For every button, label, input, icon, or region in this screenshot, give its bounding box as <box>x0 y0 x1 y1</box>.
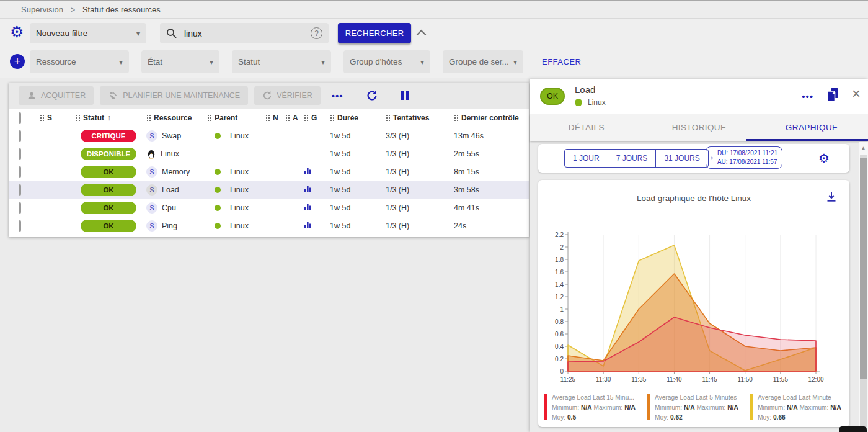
resource-name[interactable]: Cpu <box>162 204 176 212</box>
resource-name[interactable]: Load <box>162 186 179 194</box>
graph-icon[interactable] <box>304 185 312 193</box>
header-duration[interactable]: Durée <box>337 114 358 122</box>
drag-handle-icon[interactable] <box>304 114 308 121</box>
scroll-up-arrow-icon[interactable]: ▲ <box>859 145 868 151</box>
row-checkbox[interactable] <box>19 220 21 232</box>
svg-text:0.2: 0.2 <box>555 356 564 362</box>
svg-text:1.2: 1.2 <box>555 294 564 300</box>
resource-name[interactable]: Swap <box>162 132 181 140</box>
row-checkbox[interactable] <box>19 148 21 160</box>
row-checkbox[interactable] <box>19 166 21 178</box>
header-parent[interactable]: Parent <box>215 114 237 122</box>
date-to: AU: 17/08/2021 11:57 <box>717 158 777 165</box>
range-31-days-button[interactable]: 31 JOURS <box>656 150 707 167</box>
drag-handle-icon[interactable] <box>285 114 290 121</box>
status-badge: OK <box>81 202 136 214</box>
search-input[interactable] <box>183 28 304 39</box>
graph-icon[interactable] <box>304 167 312 175</box>
acknowledge-button[interactable]: ACQUITTER <box>19 86 94 105</box>
check-button[interactable]: VÉRIFIER <box>254 86 321 105</box>
panel-more-icon[interactable]: ••• <box>802 91 813 102</box>
filter-select-statut[interactable]: Statut▾ <box>232 50 331 73</box>
table-row[interactable]: OK SCpu Linux 1w 5d 1/3 (H) 4m 41s <box>9 199 529 217</box>
svg-text:11:25: 11:25 <box>560 376 576 383</box>
legend-item[interactable]: Average Load Last 5 Minutes Minimum: N/A… <box>647 393 750 422</box>
row-checkbox[interactable] <box>19 130 21 142</box>
header-last-check[interactable]: Dernier contrôle <box>461 114 519 122</box>
chevron-down-icon: ▾ <box>513 58 517 66</box>
svg-text:1.4: 1.4 <box>555 281 564 288</box>
search-button[interactable]: RECHERCHER <box>338 23 411 43</box>
header-g[interactable]: G <box>311 114 317 122</box>
more-actions-icon[interactable]: ••• <box>332 91 343 101</box>
load-area-chart[interactable]: 00.20.40.60.811.21.41.61.822.211:2511:30… <box>546 230 826 386</box>
sort-asc-icon[interactable]: ↑ <box>107 114 111 122</box>
table-row[interactable]: DISPONIBLE Linux 1w 5d 1/3 (H) 2m 55s <box>9 145 529 163</box>
date-range-picker[interactable]: DU: 17/08/2021 11:21AU: 17/08/2021 11:57 <box>706 146 782 169</box>
drag-handle-icon[interactable] <box>76 114 80 121</box>
graph-settings-gear-icon[interactable]: ⚙ <box>818 151 830 166</box>
tab-graphique[interactable]: GRAPHIQUE <box>755 114 868 141</box>
graph-card: Load graphique de l'hôte Linux 00.20.40.… <box>538 180 849 427</box>
drag-handle-icon[interactable] <box>207 114 211 121</box>
search-box[interactable]: ? <box>160 23 329 43</box>
drag-handle-icon[interactable] <box>40 114 44 121</box>
range-1-day-button[interactable]: 1 JOUR <box>565 150 608 167</box>
table-row[interactable]: OK SPing Linux 1w 5d 1/3 (H) 24s <box>9 217 529 235</box>
table-row[interactable]: OK SMemory Linux 1w 5d 1/3 (H) 8m 15s <box>9 163 529 181</box>
scrollbar-thumb[interactable] <box>860 158 867 379</box>
refresh-icon[interactable] <box>366 89 378 102</box>
time-range-button-group: 1 JOUR 7 JOURS 31 JOURS <box>564 149 709 168</box>
table-row-selected[interactable]: OK SLoad Linux 1w 5d 1/3 (H) 3m 58s <box>9 181 529 199</box>
legend-item[interactable]: Average Load Last Minute Minimum: N/A Ma… <box>750 393 853 422</box>
drag-handle-icon[interactable] <box>386 114 390 121</box>
header-n[interactable]: N <box>273 114 278 122</box>
filter-select-groupe-hotes[interactable]: Group d'hôtes▾ <box>343 50 430 73</box>
tab-historique[interactable]: HISTORIQUE <box>643 114 756 141</box>
resource-name[interactable]: Linux <box>161 150 179 158</box>
collapse-filters-chevron-icon[interactable] <box>417 30 427 40</box>
panel-scrollbar[interactable]: ▲ <box>859 142 868 432</box>
copy-link-icon[interactable] <box>826 88 839 102</box>
resource-name[interactable]: Memory <box>162 168 190 176</box>
drag-handle-icon[interactable] <box>454 114 458 121</box>
legend-min-value: N/A <box>581 404 592 411</box>
header-resource[interactable]: Ressource <box>154 114 192 122</box>
filter-select-etat[interactable]: État▾ <box>141 50 219 73</box>
chevron-down-icon: ▾ <box>119 58 123 66</box>
resource-name[interactable]: Ping <box>162 222 177 230</box>
drag-handle-icon[interactable] <box>330 114 334 121</box>
row-checkbox[interactable] <box>19 184 21 196</box>
clear-filters-button[interactable]: EFFACER <box>542 57 581 66</box>
tab-details[interactable]: DÉTAILS <box>530 114 643 141</box>
maintenance-button[interactable]: PLANIFIER UNE MAINTENANCE <box>100 86 248 105</box>
download-icon[interactable] <box>826 191 837 202</box>
breadcrumb-item-supervision[interactable]: Supervision <box>21 5 63 14</box>
filter-settings-gear-icon[interactable]: ⚙ <box>10 24 24 40</box>
header-a[interactable]: A <box>293 114 298 122</box>
header-tries[interactable]: Tentatives <box>393 114 429 122</box>
close-icon[interactable]: × <box>852 86 861 101</box>
add-criteria-button[interactable]: + <box>10 54 25 69</box>
row-checkbox[interactable] <box>19 202 21 214</box>
svg-text:1.8: 1.8 <box>555 256 564 263</box>
saved-filter-select[interactable]: Nouveau filtre ▾ <box>30 23 146 43</box>
last-check-cell: 2m 55s <box>454 150 528 158</box>
filter-select-groupe-services[interactable]: Groupe de ser...▾ <box>443 50 523 73</box>
duration-cell: 1w 5d <box>330 204 386 212</box>
drag-handle-icon[interactable] <box>146 114 151 121</box>
filter-select-ressource[interactable]: Ressource▾ <box>30 50 129 73</box>
help-icon[interactable]: ? <box>311 27 322 39</box>
header-state[interactable]: S <box>47 114 52 122</box>
select-all-checkbox[interactable] <box>19 112 21 124</box>
header-status[interactable]: Statut <box>83 114 104 122</box>
pause-icon[interactable] <box>401 91 409 100</box>
range-7-days-button[interactable]: 7 JOURS <box>608 150 657 167</box>
legend-swatch <box>750 394 753 420</box>
graph-icon[interactable] <box>304 221 312 229</box>
legend-item[interactable]: Average Load Last 15 Minu... Minimum: N/… <box>544 393 647 422</box>
table-row[interactable]: CRITIQUE SSwap Linux 1w 5d 3/3 (H) 13m 4… <box>9 127 529 145</box>
duration-cell: 1w 5d <box>330 150 386 158</box>
drag-handle-icon[interactable] <box>265 114 270 121</box>
graph-icon[interactable] <box>304 203 312 211</box>
